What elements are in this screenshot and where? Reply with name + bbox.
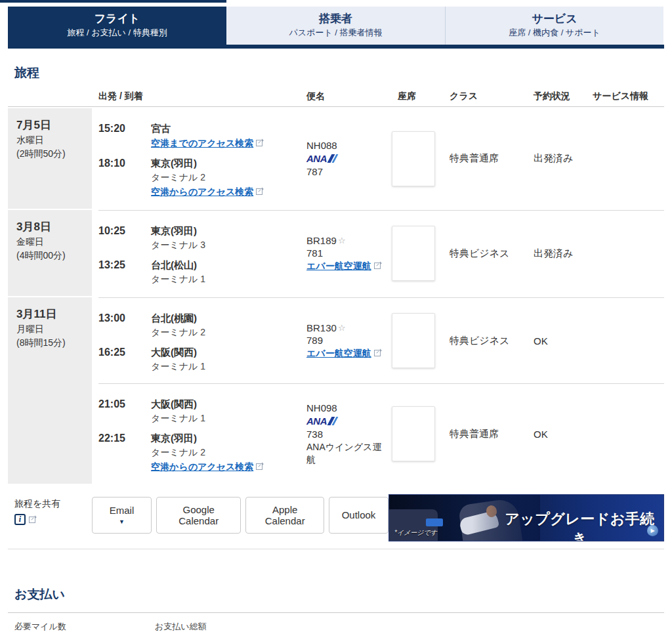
cabin-class: 特典ビジネス: [442, 247, 526, 260]
tab-passenger-title: 搭乗者: [319, 12, 352, 26]
date-label: 3月11日: [16, 306, 85, 322]
share-email-button[interactable]: Email ▼: [92, 497, 152, 534]
weekday-label: 水曜日: [16, 135, 85, 146]
arrival-leg: 16:25 大阪(関西) ターミナル 1: [98, 347, 299, 373]
arrival-time: 13:25: [98, 259, 151, 285]
tab-service-title: サービス: [532, 12, 577, 26]
flight-number: BR189: [306, 235, 337, 246]
total-label: お支払い総額: [155, 621, 230, 633]
departure-time: 21:05: [98, 398, 151, 425]
operator-link[interactable]: エバー航空運航: [306, 261, 381, 271]
cabin-class: 特典ビジネス: [442, 335, 526, 347]
external-link-icon: [256, 140, 262, 146]
share-row: 旅程を共有 i Email ▼ Google Calendar Apple Ca…: [8, 489, 664, 541]
share-google-calendar-button[interactable]: Google Calendar: [156, 497, 241, 534]
departure-terminal: ターミナル 3: [151, 240, 205, 251]
flight-row-group-mar8: 3月8日 金曜日 (4時間00分) 10:25 東京(羽田) ターミナル 3 1…: [8, 209, 664, 296]
arrival-airport: 大阪(関西): [151, 347, 205, 359]
chevron-down-icon: ▼: [119, 518, 125, 525]
weekday-label: 月曜日: [16, 324, 85, 335]
flight-number: NH098: [306, 402, 390, 413]
arrival-airport: 台北(松山): [151, 259, 205, 272]
share-apple-calendar-button[interactable]: Apple Calendar: [245, 497, 324, 534]
top-accent-bar: [0, 0, 226, 3]
duration-label: (2時間50分): [16, 148, 85, 160]
col-header-seat: 座席: [390, 91, 442, 102]
upgrade-banner[interactable]: アップグレードお手続き *イメージです ▶: [388, 494, 664, 541]
airport-access-link[interactable]: 空港までのアクセス検索: [151, 138, 262, 148]
tab-flight-title: フライト: [94, 12, 140, 26]
arrival-terminal: ターミナル 2: [151, 447, 262, 459]
weekday-label: 金曜日: [16, 236, 85, 248]
seat-box: [392, 313, 435, 368]
duration-label: (8時間15分): [16, 337, 85, 349]
date-cell: 3月11日 月曜日 (8時間15分): [8, 297, 92, 484]
aircraft-type: 789: [306, 335, 390, 346]
aircraft-type: 738: [306, 429, 390, 440]
flight-info-cell: NH088 ANA 787: [299, 140, 390, 177]
aircraft-type: 787: [306, 166, 390, 177]
arrival-terminal: ターミナル 1: [151, 274, 205, 285]
booking-status: 出発済み: [526, 152, 585, 165]
star-alliance-icon: ☆: [338, 323, 346, 333]
arrival-leg: 22:15 東京(羽田) ターミナル 2 空港からのアクセス検索: [98, 433, 299, 473]
share-label: 旅程を共有: [14, 498, 92, 510]
cabin-class: 特典普通席: [442, 152, 526, 165]
external-link-icon: [29, 517, 35, 523]
star-alliance-icon: ☆: [338, 236, 346, 245]
departure-leg: 13:00 台北(桃園) ターミナル 2: [98, 312, 299, 339]
departure-leg: 21:05 大阪(関西) ターミナル 1: [98, 398, 299, 425]
tab-service-subtitle: 座席 / 機内食 / サポート: [509, 27, 600, 39]
ana-logo: ANA: [306, 153, 390, 164]
col-header-service: サービス情報: [585, 91, 664, 102]
external-link-icon: [256, 463, 262, 470]
arrival-terminal: ターミナル 2: [151, 172, 262, 184]
departure-terminal: ターミナル 1: [151, 413, 205, 425]
seat-box: [392, 406, 435, 461]
flight-segment: 10:25 東京(羽田) ターミナル 3 13:25 台北(松山) ターミナル …: [98, 211, 664, 296]
itinerary-section-title: 旅程: [14, 64, 672, 81]
seat-box: [392, 131, 435, 186]
arrival-airport: 東京(羽田): [151, 158, 262, 170]
departure-airport: 宮古: [151, 123, 262, 135]
ana-logo: ANA: [306, 415, 390, 427]
arrival-time: 22:15: [98, 433, 151, 473]
tab-passenger-subtitle: パスポート / 搭乗者情報: [289, 27, 382, 39]
flight-row-group-mar11: 3月11日 月曜日 (8時間15分) 13:00 台北(桃園) ターミナル 2 …: [8, 296, 664, 484]
arrival-terminal: ターミナル 1: [151, 361, 205, 373]
booking-status: OK: [526, 335, 585, 347]
col-header-status: 予約状況: [526, 91, 585, 102]
departure-time: 15:20: [98, 123, 151, 150]
required-miles-block: 必要マイル数 80,000 マイル 大人 x2: [14, 621, 112, 634]
table-header-row: 出発 / 到着 便名 座席 クラス 予約状況 サービス情報: [8, 85, 664, 107]
operator-link[interactable]: エバー航空運航: [306, 348, 381, 358]
operator-name: ANAウイングス運航: [306, 441, 390, 466]
flight-segment: 15:20 宮古 空港までのアクセス検索 18:10 東京(羽田) ターミナル …: [98, 108, 664, 209]
aircraft-type: 781: [306, 247, 390, 259]
arrow-icon: ▶: [647, 525, 658, 536]
airport-access-link[interactable]: 空港からのアクセス検索: [151, 461, 262, 472]
banner-caption: *イメージです: [394, 528, 437, 538]
col-header-dep-arr: 出発 / 到着: [98, 91, 299, 102]
seat-box: [392, 226, 435, 281]
cabin-class: 特典普通席: [442, 428, 526, 440]
tab-service[interactable]: サービス 座席 / 機内食 / サポート: [445, 7, 663, 45]
airport-access-link[interactable]: 空港からのアクセス検索: [151, 186, 262, 197]
flight-info-cell: BR189☆ 781 エバー航空運航: [299, 235, 390, 272]
tab-underline-bar: [8, 45, 664, 49]
info-icon[interactable]: i: [14, 514, 26, 525]
date-label: 3月8日: [16, 219, 85, 234]
tab-flight[interactable]: フライト 旅程 / お支払い / 特典種別: [8, 7, 226, 45]
tab-flight-subtitle: 旅程 / お支払い / 特典種別: [67, 27, 167, 39]
departure-leg: 10:25 東京(羽田) ターミナル 3: [98, 225, 299, 251]
payment-summary-row: 必要マイル数 80,000 マイル 大人 x2 お支払い総額 50,020 円 …: [8, 613, 664, 634]
step-tabs: フライト 旅程 / お支払い / 特典種別 搭乗者 パスポート / 搭乗者情報 …: [8, 7, 664, 45]
total-payment-block: お支払い総額 50,020 円: [155, 621, 230, 634]
share-outlook-button[interactable]: Outlook: [329, 497, 388, 534]
flight-number: BR130: [306, 322, 337, 333]
flight-segment: 13:00 台北(桃園) ターミナル 2 16:25 大阪(関西) ターミナル …: [98, 298, 664, 383]
flight-number: NH088: [306, 140, 390, 151]
departure-time: 13:00: [98, 312, 151, 339]
flight-segment: 21:05 大阪(関西) ターミナル 1 22:15 東京(羽田) ターミナル …: [98, 383, 664, 484]
tab-passenger[interactable]: 搭乗者 パスポート / 搭乗者情報: [226, 7, 445, 45]
